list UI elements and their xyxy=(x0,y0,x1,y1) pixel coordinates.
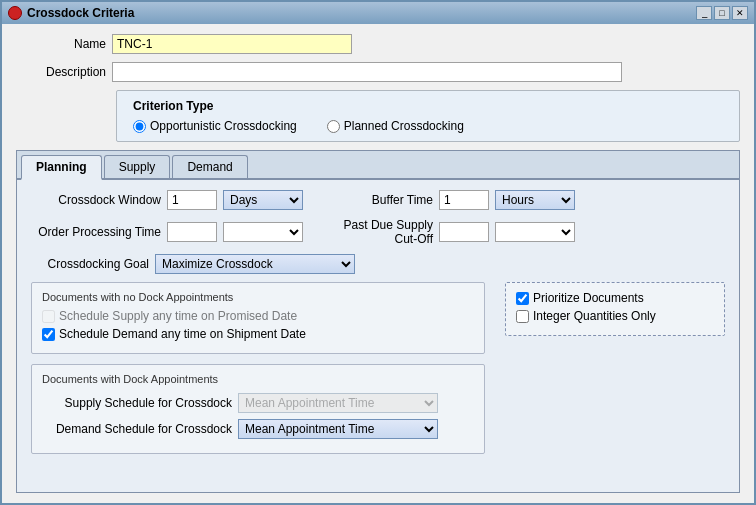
schedule-supply-checkbox[interactable] xyxy=(42,310,55,323)
title-bar-left: Crossdock Criteria xyxy=(8,6,134,20)
dock-section-title: Documents with Dock Appointments xyxy=(42,373,474,385)
integer-checkbox[interactable] xyxy=(516,310,529,323)
past-due-label: Past Due Supply Cut-Off xyxy=(343,218,433,246)
schedule-demand-checkbox[interactable] xyxy=(42,328,55,341)
crossdocking-goal-label: Crossdocking Goal xyxy=(31,257,149,271)
name-label: Name xyxy=(16,37,106,51)
right-col: Prioritize Documents Integer Quantities … xyxy=(505,282,725,336)
content-area: Name Description Criterion Type Opportun… xyxy=(2,24,754,503)
radio-opportunistic-input[interactable] xyxy=(133,120,146,133)
goal-row: Crossdocking Goal Maximize Crossdock Min… xyxy=(31,254,725,274)
criterion-type-box: Criterion Type Opportunistic Crossdockin… xyxy=(116,90,740,142)
prioritize-label: Prioritize Documents xyxy=(533,291,644,305)
right-checkboxes-section: Prioritize Documents Integer Quantities … xyxy=(505,282,725,336)
order-processing-label: Order Processing Time xyxy=(31,225,161,239)
schedule-supply-label: Schedule Supply any time on Promised Dat… xyxy=(59,309,297,323)
tab-demand[interactable]: Demand xyxy=(172,155,247,178)
prioritize-row: Prioritize Documents xyxy=(516,291,714,305)
past-due-input[interactable] xyxy=(439,222,489,242)
supply-schedule-select[interactable]: Mean Appointment Time Earliest Appointme… xyxy=(238,393,438,413)
crossdocking-goal-select[interactable]: Maximize Crossdock Minimize Cost xyxy=(155,254,355,274)
order-processing-group: Order Processing Time Days Hours xyxy=(31,222,303,242)
row2: Order Processing Time Days Hours Past Du… xyxy=(31,218,725,246)
tab-planning[interactable]: Planning xyxy=(21,155,102,180)
demand-schedule-select[interactable]: Mean Appointment Time Earliest Appointme… xyxy=(238,419,438,439)
past-due-group: Past Due Supply Cut-Off Days Hours xyxy=(343,218,575,246)
buffer-time-label: Buffer Time xyxy=(343,193,433,207)
integer-label: Integer Quantities Only xyxy=(533,309,656,323)
dock-section: Documents with Dock Appointments Supply … xyxy=(31,364,485,454)
schedule-supply-row: Schedule Supply any time on Promised Dat… xyxy=(42,309,474,323)
prioritize-checkbox[interactable] xyxy=(516,292,529,305)
buffer-time-input[interactable] xyxy=(439,190,489,210)
demand-schedule-label: Demand Schedule for Crossdock xyxy=(42,422,232,436)
tabs-container: Planning Supply Demand Crossdock Window … xyxy=(16,150,740,493)
name-row: Name xyxy=(16,34,740,54)
tab-bar: Planning Supply Demand xyxy=(17,151,739,180)
buffer-time-unit-select[interactable]: Hours Days xyxy=(495,190,575,210)
tab-supply[interactable]: Supply xyxy=(104,155,171,178)
planning-tab-content: Crossdock Window Days Hours Buffer Time … xyxy=(17,180,739,492)
minimize-button[interactable]: ⎯ xyxy=(696,6,712,20)
title-bar: Crossdock Criteria ⎯ □ ✕ xyxy=(2,2,754,24)
description-input[interactable] xyxy=(112,62,622,82)
radio-planned-input[interactable] xyxy=(327,120,340,133)
radio-planned-label: Planned Crossdocking xyxy=(344,119,464,133)
crossdock-window-unit-select[interactable]: Days Hours xyxy=(223,190,303,210)
order-processing-unit-select[interactable]: Days Hours xyxy=(223,222,303,242)
description-row: Description xyxy=(16,62,740,82)
supply-schedule-row: Supply Schedule for Crossdock Mean Appoi… xyxy=(42,393,474,413)
title-buttons: ⎯ □ ✕ xyxy=(696,6,748,20)
no-dock-section: Documents with no Dock Appointments Sche… xyxy=(31,282,485,354)
left-col: Documents with no Dock Appointments Sche… xyxy=(31,282,485,454)
crossdock-window-label: Crossdock Window xyxy=(31,193,161,207)
criterion-type-title: Criterion Type xyxy=(133,99,723,113)
window-title: Crossdock Criteria xyxy=(27,6,134,20)
radio-planned[interactable]: Planned Crossdocking xyxy=(327,119,464,133)
radio-opportunistic[interactable]: Opportunistic Crossdocking xyxy=(133,119,297,133)
crossdock-window-group: Crossdock Window Days Hours xyxy=(31,190,303,210)
demand-schedule-row: Demand Schedule for Crossdock Mean Appoi… xyxy=(42,419,474,439)
row1: Crossdock Window Days Hours Buffer Time … xyxy=(31,190,725,210)
close-button[interactable]: ✕ xyxy=(732,6,748,20)
supply-schedule-label: Supply Schedule for Crossdock xyxy=(42,396,232,410)
integer-row: Integer Quantities Only xyxy=(516,309,714,323)
bottom-sections: Documents with no Dock Appointments Sche… xyxy=(31,282,725,482)
past-due-unit-select[interactable]: Days Hours xyxy=(495,222,575,242)
main-window: Crossdock Criteria ⎯ □ ✕ Name Descriptio… xyxy=(0,0,756,505)
schedule-demand-row: Schedule Demand any time on Shipment Dat… xyxy=(42,327,474,341)
radio-group: Opportunistic Crossdocking Planned Cross… xyxy=(133,119,723,133)
no-dock-section-title: Documents with no Dock Appointments xyxy=(42,291,474,303)
schedule-demand-label: Schedule Demand any time on Shipment Dat… xyxy=(59,327,306,341)
name-input[interactable] xyxy=(112,34,352,54)
maximize-button[interactable]: □ xyxy=(714,6,730,20)
crossdock-icon xyxy=(8,6,22,20)
order-processing-input[interactable] xyxy=(167,222,217,242)
crossdock-window-input[interactable] xyxy=(167,190,217,210)
radio-opportunistic-label: Opportunistic Crossdocking xyxy=(150,119,297,133)
description-label: Description xyxy=(16,65,106,79)
buffer-time-group: Buffer Time Hours Days xyxy=(343,190,575,210)
